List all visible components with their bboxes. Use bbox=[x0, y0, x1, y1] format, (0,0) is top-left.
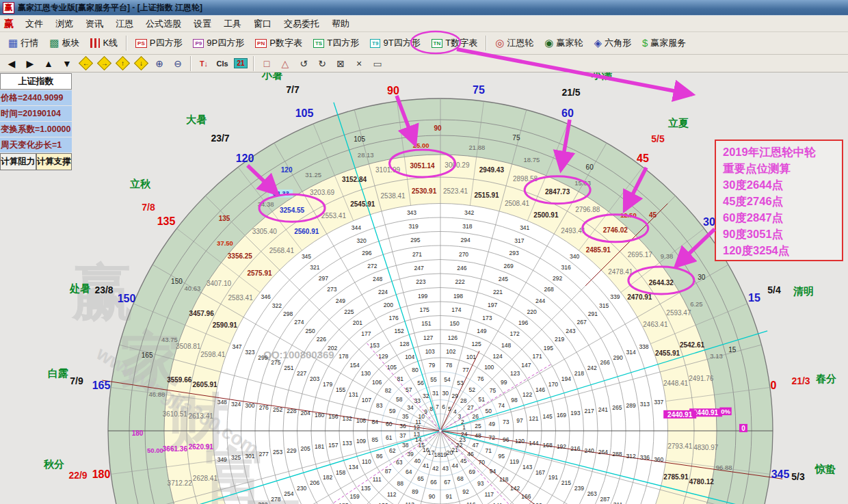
svg-text:176: 176 bbox=[389, 315, 399, 321]
toolbar-button-gann-wheel[interactable]: ◎江恩轮 bbox=[490, 34, 539, 52]
svg-text:222: 222 bbox=[455, 278, 465, 285]
svg-text:150: 150 bbox=[171, 278, 183, 285]
menu-item-1[interactable]: 浏览 bbox=[49, 16, 79, 31]
menu-item-3[interactable]: 江恩 bbox=[109, 16, 140, 31]
toolbar-button-9t-square[interactable]: T99T四方形 bbox=[365, 34, 426, 52]
menu-item-8[interactable]: 交易委托 bbox=[278, 16, 326, 31]
toolbar-button-t-square[interactable]: TST四方形 bbox=[308, 34, 365, 52]
gann-wheel-canvas[interactable]: 赢家财富网www.yingjia360.comQQ:10080036912345… bbox=[0, 72, 848, 504]
menu-item-7[interactable]: 窗口 bbox=[248, 16, 278, 31]
svg-text:87: 87 bbox=[385, 468, 392, 475]
toolbar-button-p-square[interactable]: PSP四方形 bbox=[130, 34, 187, 52]
svg-text:4: 4 bbox=[453, 408, 457, 415]
draw-tool-delete-box[interactable]: ⊠ bbox=[332, 55, 349, 71]
draw-tool-fit-screen[interactable]: × bbox=[350, 55, 368, 71]
svg-text:122: 122 bbox=[522, 391, 532, 398]
calc-support-button[interactable]: 计算支撑 bbox=[36, 153, 72, 170]
svg-text:46.88: 46.88 bbox=[149, 390, 165, 398]
solar-term-date: 7/9 bbox=[70, 375, 83, 386]
draw-tool-calendar[interactable]: 21 bbox=[232, 55, 250, 71]
draw-tool-move-right[interactable]: → bbox=[95, 55, 113, 71]
draw-tool-cursor-up[interactable]: ▲ bbox=[40, 55, 57, 71]
svg-text:276: 276 bbox=[259, 404, 269, 411]
svg-text:171: 171 bbox=[533, 353, 542, 360]
toolbar-button-winner-service[interactable]: $赢家服务 bbox=[637, 34, 691, 52]
svg-text:112: 112 bbox=[387, 491, 397, 498]
draw-tool-cls[interactable]: Cls bbox=[213, 55, 231, 71]
draw-tool-cursor-down[interactable]: ▼ bbox=[58, 55, 76, 71]
svg-text:2448.41: 2448.41 bbox=[663, 380, 689, 387]
toolbar-button-p-number-table[interactable]: PNP数字表 bbox=[250, 34, 308, 52]
toolbar-button-9p-square[interactable]: P99P四方形 bbox=[187, 34, 250, 52]
draw-tool-draw-rect[interactable]: □ bbox=[258, 55, 276, 71]
svg-text:105: 105 bbox=[387, 364, 397, 371]
svg-text:325: 325 bbox=[231, 454, 241, 461]
draw-tool-rotate-cw[interactable]: ↻ bbox=[313, 55, 331, 71]
svg-text:322: 322 bbox=[272, 302, 282, 309]
draw-tool-price-scale[interactable]: T↓ bbox=[195, 55, 213, 71]
draw-tool-zoom-out[interactable]: ⊖ bbox=[169, 55, 187, 71]
svg-text:92: 92 bbox=[462, 488, 469, 495]
svg-text:227: 227 bbox=[297, 370, 306, 377]
svg-text:88: 88 bbox=[397, 480, 404, 487]
menu-item-4[interactable]: 公式选股 bbox=[140, 16, 187, 31]
svg-text:90: 90 bbox=[429, 493, 436, 500]
svg-text:45: 45 bbox=[460, 457, 467, 464]
svg-text:31: 31 bbox=[432, 390, 439, 397]
solar-term-label: 惊蛰 bbox=[814, 463, 836, 475]
svg-text:342: 342 bbox=[464, 209, 474, 216]
annotation-line: 2019年江恩轮中轮 bbox=[723, 144, 842, 160]
toolbar-button-kline[interactable]: K线 bbox=[85, 34, 123, 52]
toolbar-button-sectors[interactable]: ▩板块 bbox=[44, 34, 85, 52]
annotation-line: 重要点位测算 bbox=[723, 160, 842, 176]
svg-text:147: 147 bbox=[521, 362, 531, 369]
toolbar-button-t-number-table[interactable]: TNT数字表 bbox=[426, 34, 483, 52]
menu-item-9[interactable]: 帮助 bbox=[326, 16, 356, 31]
menu-item-2[interactable]: 资讯 bbox=[79, 16, 109, 31]
draw-tool-zoom-in[interactable]: ⊕ bbox=[150, 55, 168, 71]
draw-tool-rotate-ccw[interactable]: ↺ bbox=[295, 55, 313, 71]
svg-text:249: 249 bbox=[336, 297, 345, 304]
svg-text:159: 159 bbox=[350, 493, 360, 500]
svg-text:5: 5 bbox=[448, 406, 451, 412]
draw-tool-scroll-left[interactable]: ◀ bbox=[3, 55, 21, 71]
menu-item-0[interactable]: 文件 bbox=[19, 16, 49, 31]
svg-text:35: 35 bbox=[402, 413, 409, 420]
svg-text:216: 216 bbox=[570, 445, 580, 452]
svg-text:26: 26 bbox=[473, 413, 479, 420]
draw-tool-draw-triangle[interactable]: △ bbox=[276, 55, 294, 71]
toolbar-label: 赢家轮 bbox=[556, 37, 583, 49]
svg-text:154: 154 bbox=[350, 362, 360, 369]
menu-item-5[interactable]: 设置 bbox=[187, 16, 217, 31]
toolbar-button-winner-wheel[interactable]: ◉赢家轮 bbox=[539, 34, 588, 52]
calc-resistance-button[interactable]: 计算阻力 bbox=[0, 153, 36, 170]
outer-degree-label: 0 bbox=[771, 380, 777, 391]
draw-tool-move-up[interactable]: ↑ bbox=[114, 55, 131, 71]
svg-text:146: 146 bbox=[535, 386, 545, 393]
toolbar-button-hexagon[interactable]: ◈六角形 bbox=[588, 34, 637, 52]
svg-text:2470.91: 2470.91 bbox=[627, 293, 652, 301]
svg-text:142: 142 bbox=[510, 485, 520, 492]
svg-text:96: 96 bbox=[503, 436, 509, 443]
svg-text:2491.76: 2491.76 bbox=[689, 375, 714, 382]
toolbar-button-quotes[interactable]: ▦行情 bbox=[3, 34, 44, 52]
svg-text:302: 302 bbox=[258, 501, 267, 504]
badge: T9 bbox=[370, 39, 380, 48]
svg-text:67: 67 bbox=[444, 479, 451, 486]
svg-text:3051.14: 3051.14 bbox=[410, 162, 435, 170]
svg-text:12.50: 12.50 bbox=[620, 211, 637, 219]
svg-text:46: 46 bbox=[467, 451, 474, 457]
svg-text:118: 118 bbox=[499, 476, 509, 483]
draw-tool-move-left[interactable]: ← bbox=[77, 55, 94, 71]
menu-item-6[interactable]: 工具 bbox=[217, 16, 248, 31]
svg-text:69: 69 bbox=[469, 468, 476, 475]
draw-tool-presentation[interactable]: ▭ bbox=[369, 55, 386, 71]
svg-text:45: 45 bbox=[649, 211, 657, 219]
svg-text:199: 199 bbox=[418, 293, 427, 300]
svg-text:295: 295 bbox=[410, 237, 420, 243]
solar-term-date: 21/5 bbox=[561, 87, 580, 98]
svg-text:2620.91: 2620.91 bbox=[189, 443, 214, 451]
draw-tool-move-down[interactable]: ↓ bbox=[132, 55, 150, 71]
draw-tool-scroll-right[interactable]: ▶ bbox=[21, 55, 39, 71]
chart-area[interactable]: 赢家财富网www.yingjia360.comQQ:10080036912345… bbox=[0, 72, 848, 504]
